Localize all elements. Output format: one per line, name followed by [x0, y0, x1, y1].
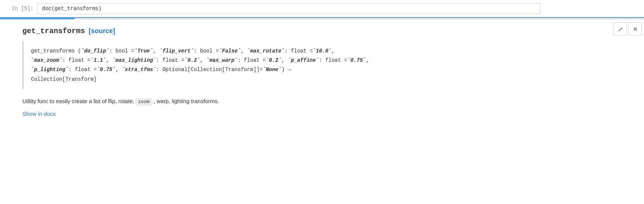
- close-button[interactable]: ✕: [628, 22, 642, 36]
- input-cell: In [5]: doc(get_transforms): [0, 0, 644, 18]
- output-area: get_transforms [source] get_transforms (…: [0, 19, 644, 204]
- sig-line-2: `max_zoom`: float =`1.1`, `max_lighting`…: [31, 56, 593, 65]
- description-text-2: , warp, lighting transforms.: [152, 98, 219, 104]
- side-buttons: ⤢ ✕: [611, 19, 644, 204]
- source-link[interactable]: [source]: [89, 27, 115, 35]
- func-name: get_transforms: [22, 27, 85, 35]
- input-code[interactable]: doc(get_transforms): [37, 3, 540, 14]
- show-in-docs-link[interactable]: Show in docs: [22, 111, 56, 117]
- func-title: get_transforms [source]: [22, 27, 600, 35]
- signature-box: get_transforms (`do_flip`: bool =`True`,…: [22, 41, 600, 89]
- expand-icon: ⤢: [618, 26, 623, 33]
- progress-bar-row: [0, 18, 644, 19]
- zoom-inline-code: zoom: [136, 98, 152, 105]
- description-text-1: Utility func to easily create a list of …: [22, 98, 136, 104]
- close-icon: ✕: [633, 26, 638, 33]
- description: Utility func to easily create a list of …: [22, 97, 600, 106]
- doc-content: get_transforms [source] get_transforms (…: [0, 19, 611, 204]
- expand-button[interactable]: ⤢: [613, 22, 627, 36]
- sig-line-3: `p_lighting`: float =`0.75`, `xtra_tfms`…: [31, 65, 593, 74]
- input-prompt: In [5]:: [7, 6, 37, 12]
- progress-bar-fill: [0, 18, 75, 19]
- sig-line-1: get_transforms (`do_flip`: bool =`True`,…: [31, 47, 593, 56]
- page-wrapper: In [5]: doc(get_transforms) get_transfor…: [0, 0, 644, 204]
- sig-line-4: Collection[Transform]: [31, 75, 593, 84]
